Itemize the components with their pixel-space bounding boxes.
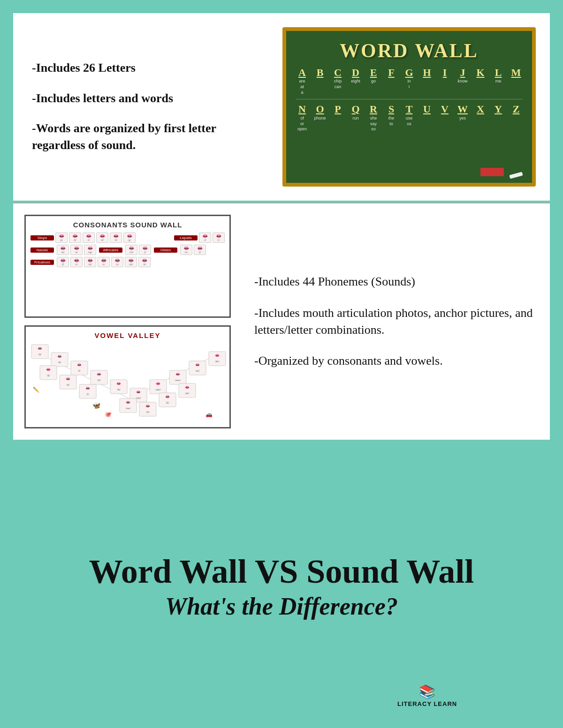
- mouth-card: 👄/w/: [180, 245, 192, 255]
- alpha-C: C chipcan: [331, 67, 344, 95]
- alpha-A: A areata: [296, 67, 309, 95]
- alpha-F: F: [385, 67, 398, 95]
- svg-text:/ŏ/: /ŏ/: [146, 410, 149, 414]
- svg-text:/aw/: /aw/: [155, 388, 161, 391]
- svg-text:👄: 👄: [215, 353, 220, 358]
- alpha-X: X: [474, 103, 487, 132]
- mouth-card: 👄/k/: [110, 233, 122, 243]
- alpha-H: H: [420, 67, 434, 95]
- svg-text:🚗: 🚗: [205, 411, 213, 418]
- svg-text:👄: 👄: [116, 381, 121, 386]
- liquids-label: Liquids: [174, 235, 198, 240]
- svg-text:👄: 👄: [57, 354, 62, 359]
- footer-subtitle: What's the Difference?: [165, 592, 398, 621]
- svg-text:/ĭ/: /ĭ/: [78, 369, 81, 373]
- mouth-card: 👄/p/: [55, 233, 68, 243]
- vowel-valley-image: VOWEL VALLEY 👄 /ā/ 👄: [24, 325, 231, 428]
- bullet-mouth-articulation: -Includes mouth articulation photos, anc…: [254, 305, 534, 339]
- consonant-grid: Stops 👄/p/ 👄/b/ 👄/t/ 👄/d/ 👄/k/ 👄/g/: [30, 233, 225, 267]
- svg-text:👄: 👄: [77, 362, 82, 367]
- mouth-card: 👄/h/: [138, 257, 151, 267]
- svg-text:/ā/: /ā/: [47, 374, 50, 377]
- svg-text:👄: 👄: [46, 367, 51, 372]
- mouth-card: 👄/l/: [199, 233, 211, 243]
- svg-text:✏️: ✏️: [33, 386, 39, 393]
- alpha-G: G inI: [403, 67, 416, 95]
- svg-text:/ēr/: /ēr/: [215, 360, 219, 363]
- alpha-P: P: [331, 103, 344, 132]
- alpha-U: U: [420, 103, 434, 132]
- top-section: -Includes 26 Letters -Includes letters a…: [13, 13, 550, 201]
- word-wall-bullets: -Includes 26 Letters -Includes letters a…: [27, 60, 268, 154]
- chalkboard-title: WORD WALL: [296, 39, 523, 62]
- nasals-row: Nasals 👄/m/ 👄/n/ 👄/ng/ Affricates 👄/ch/ …: [30, 245, 225, 255]
- alpha-J: J know: [456, 67, 469, 95]
- chalk-piece: [509, 172, 523, 179]
- alpha-R: R shesayso: [367, 103, 380, 132]
- sound-wall-images: CONSONANTS SOUND WALL Stops 👄/p/ 👄/b/ 👄/…: [24, 215, 240, 428]
- fricatives-row: Fricatives 👄/f/ 👄/v/ 👄/th/ 👄/s/ 👄/z/ 👄/s…: [30, 257, 225, 267]
- alpha-E: E go: [367, 67, 380, 95]
- chalk-eraser: [480, 168, 504, 176]
- bullet-organized-consonants: -Organized by consonants and vowels.: [254, 353, 534, 369]
- nasals-label: Nasals: [30, 248, 54, 253]
- alpha-L: L me: [492, 67, 505, 95]
- mouth-card: 👄/b/: [69, 233, 81, 243]
- mouth-card: 👄/d/: [96, 233, 108, 243]
- bullet-26-letters: -Includes 26 Letters: [32, 60, 268, 76]
- chalkboard: WORD WALL A areata B C chipcan D eight: [282, 27, 536, 187]
- svg-text:👄: 👄: [97, 372, 101, 376]
- mouth-card: 👄/m/: [57, 245, 69, 255]
- logo-area: 📚 LITERACY LEARN: [397, 684, 457, 707]
- alpha-Q: Q run: [349, 103, 362, 132]
- alpha-Z: Z: [510, 103, 523, 132]
- svg-text:/ow/: /ow/: [175, 378, 181, 382]
- logo-books-icon: 📚: [419, 684, 435, 699]
- svg-text:👄: 👄: [165, 394, 170, 399]
- svg-text:👄: 👄: [85, 386, 90, 390]
- alpha-M: M: [510, 67, 523, 95]
- svg-text:/oi/: /oi/: [195, 369, 199, 373]
- svg-text:👄: 👄: [175, 372, 180, 376]
- svg-text:👄: 👄: [195, 362, 200, 367]
- stops-liquids-row: Stops 👄/p/ 👄/b/ 👄/t/ 👄/d/ 👄/k/ 👄/g/: [30, 233, 225, 243]
- footer-title: Word Wall VS Sound Wall: [89, 551, 474, 592]
- main-container: -Includes 26 Letters -Includes letters a…: [0, 0, 563, 728]
- mouth-card: 👄/z/: [111, 257, 123, 267]
- bullet-letters-words: -Includes letters and words: [32, 90, 268, 107]
- svg-text:/ŭ/: /ŭ/: [117, 388, 120, 391]
- svg-text:/oo/: /oo/: [126, 406, 131, 410]
- svg-text:👄: 👄: [136, 390, 141, 394]
- alphabet-row-2: N oforopen O phone P Q run R shesayso: [296, 103, 523, 132]
- mouth-card: 👄/n/: [70, 245, 83, 255]
- alpha-I: I: [438, 67, 451, 95]
- svg-text:/är/: /är/: [185, 391, 189, 395]
- alpha-K: K: [474, 67, 487, 95]
- alphabet-row-1: A areata B C chipcan D eight E go: [296, 67, 523, 95]
- footer-wrapper: Word Wall VS Sound Wall What's the Diffe…: [89, 454, 474, 719]
- alpha-T: T useus: [403, 103, 416, 132]
- fricatives-label: Fricatives: [30, 260, 54, 265]
- svg-text:/ĕ/: /ĕ/: [58, 360, 61, 364]
- mouth-card: 👄/ch/: [125, 245, 137, 255]
- mouth-card: 👄/y/: [194, 245, 206, 255]
- svg-text:/ō/: /ō/: [97, 378, 100, 382]
- vowel-valley-content: 👄 /ā/ 👄 /ĕ/ 👄 /ĭ/ 👄 /ō/: [30, 342, 225, 424]
- svg-text:👄: 👄: [66, 376, 70, 381]
- mouth-card: 👄/j/: [139, 245, 151, 255]
- sound-wall-bullets: -Includes 44 Phonemes (Sounds) -Includes…: [250, 215, 539, 428]
- alpha-Y: Y: [492, 103, 505, 132]
- vowel-valley-title: VOWEL VALLEY: [95, 331, 161, 339]
- footer-section: Word Wall VS Sound Wall What's the Diffe…: [0, 440, 563, 728]
- bullet-44-phonemes: -Includes 44 Phonemes (Sounds): [254, 273, 534, 290]
- mouth-card: 👄/r/: [213, 233, 225, 243]
- alpha-N: N oforopen: [296, 103, 309, 132]
- vowel-valley-svg: 👄 /ā/ 👄 /ĕ/ 👄 /ĭ/ 👄 /ō/: [30, 342, 228, 422]
- svg-text:/û/: /û/: [166, 401, 169, 405]
- affricates-label: Affricates: [99, 248, 122, 253]
- alpha-D: D eight: [349, 67, 362, 95]
- mouth-card: 👄/ng/: [84, 245, 96, 255]
- svg-text:👄: 👄: [38, 346, 42, 351]
- svg-text:👄: 👄: [185, 385, 190, 390]
- alpha-B: B: [313, 67, 327, 95]
